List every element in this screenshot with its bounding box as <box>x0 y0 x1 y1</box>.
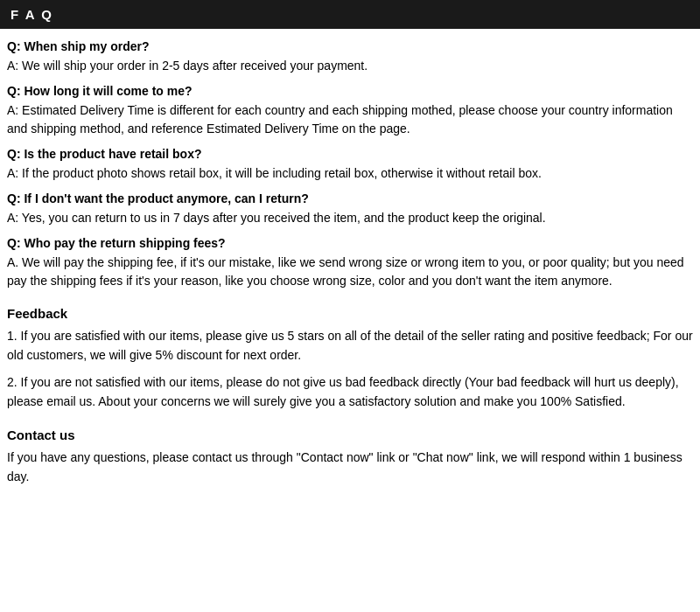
question-text: Q: Is the product have retail box? <box>7 147 693 161</box>
answer-text: A: Yes, you can return to us in 7 days a… <box>7 209 693 227</box>
question-text: Q: If I don't want the product anymore, … <box>7 191 693 205</box>
feedback-section: Feedback 1. If you are satisfied with ou… <box>7 306 693 412</box>
content-area: Q: When ship my order?A: We will ship yo… <box>0 39 700 486</box>
faq-header: F A Q <box>0 0 700 29</box>
question-text: Q: How long it will come to me? <box>7 84 693 98</box>
faq-section: Q: When ship my order?A: We will ship yo… <box>7 39 693 290</box>
qa-item: Q: If I don't want the product anymore, … <box>7 191 693 227</box>
feedback-item: 1. If you are satisfied with our items, … <box>7 326 693 365</box>
feedback-item: 2. If you are not satisfied with our ite… <box>7 372 693 412</box>
header-title: F A Q <box>10 7 53 22</box>
contact-title: Contact us <box>7 428 693 442</box>
qa-item: Q: How long it will come to me?A: Estima… <box>7 84 693 138</box>
question-text: Q: Who pay the return shipping fees? <box>7 236 693 250</box>
qa-item: Q: Who pay the return shipping fees?A. W… <box>7 236 693 290</box>
contact-text: If you have any questions, please contac… <box>7 448 693 487</box>
question-text: Q: When ship my order? <box>7 39 693 53</box>
feedback-title: Feedback <box>7 306 693 321</box>
answer-text: A: We will ship your order in 2-5 days a… <box>7 57 693 75</box>
answer-text: A: Estimated Delivery Time is different … <box>7 101 693 138</box>
qa-item: Q: Is the product have retail box?A: If … <box>7 147 693 183</box>
qa-item: Q: When ship my order?A: We will ship yo… <box>7 39 693 75</box>
contact-section: Contact us If you have any questions, pl… <box>7 428 693 487</box>
answer-text: A: If the product photo shows retail box… <box>7 164 693 183</box>
answer-text: A. We will pay the shipping fee, if it's… <box>7 254 693 290</box>
